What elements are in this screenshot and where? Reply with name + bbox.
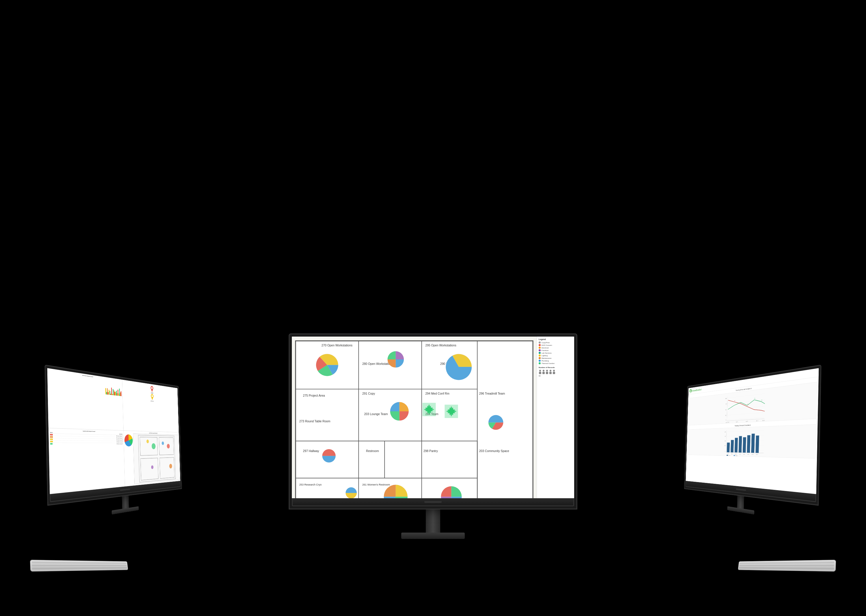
legend-dot-lighting [539,355,541,357]
person-icons-row [539,369,572,374]
right-monitor-screen: CrowdComfort Trending Personal Complianc… [685,368,819,494]
left-monitor-screen: Ottawa Upcoming Closed Co [47,368,181,494]
svg-rect-116 [731,440,734,453]
bar-chart-area-right: 100 75 50 25 0 [687,424,816,459]
svg-text:261 Women's Restroom: 261 Women's Restroom [362,483,390,486]
svg-rect-10 [141,458,159,480]
left-monitor-frame: Ottawa Upcoming Closed Co [44,365,182,506]
crowd-icon [690,390,692,393]
row-label-3: Thermal Comfort SD [116,439,123,440]
left-top-section: Ottawa Upcoming Closed Co [47,368,179,432]
svg-text:50: 50 [725,409,726,410]
left-bar-chart-panel: Closed Complaints by Group [47,368,124,431]
svg-rect-77 [549,372,552,374]
svg-line-86 [727,417,764,420]
svg-line-88 [727,419,764,421]
svg-text:275 Project Area: 275 Project Area [303,394,325,397]
logo-comfort: Comfort [696,388,701,391]
svg-text:Apr 14: Apr 14 [762,420,765,421]
svg-point-15 [169,464,172,468]
row-val-2: 11.2 [50,436,53,438]
bar-group-5 [105,388,108,394]
three-monitor-scene: Ottawa Upcoming Closed Co [29,34,837,582]
monitor-left: Ottawa Upcoming Closed Co [44,365,182,525]
legend-item-lighting: Lighting [539,355,572,357]
svg-text:Series 2: Series 2 [736,455,738,456]
svg-text:203 Lounge Team: 203 Lounge Team [364,412,388,416]
right-monitor-frame: CrowdComfort Trending Personal Complianc… [684,365,822,506]
legend-label-electrical: Electrical [542,347,549,349]
keyboard-keys-left [30,560,128,571]
legend-title: Legend [539,338,572,340]
bar-red-3 [114,392,115,396]
pie-5 [322,449,335,462]
monitor-center: 270 Open Workstations 295 Open Workstati… [289,333,577,539]
legend-label-plumbing: Plumbing [542,360,549,362]
center-floorplan: 270 Open Workstations 295 Open Workstati… [292,336,537,498]
svg-rect-122 [756,435,759,453]
svg-line-108 [726,431,726,453]
svg-text:7%: 7% [747,404,748,405]
svg-text:75: 75 [726,404,726,405]
svg-text:273 Round Table Room: 273 Round Table Room [299,420,330,423]
bar-green-2 [116,391,117,396]
pie-9 [489,415,503,430]
svg-text:Restroom: Restroom [366,449,379,453]
row-label-1: Thermal Comfort SD [116,435,123,437]
svg-rect-79 [553,372,555,374]
bar-red-5 [108,392,109,394]
left-location-panel: Ottawa Upcoming [122,380,179,432]
svg-text:203 Community Space: 203 Community Space [479,449,509,453]
key-row-1 [32,561,126,564]
row-val-5: 9.8 [50,443,53,445]
center-screen-content: 270 Open Workstations 295 Open Workstati… [292,336,574,498]
person-icon-4 [549,369,552,374]
bar-group-3 [112,389,115,396]
bar-orange-4 [110,394,112,395]
left-floorplan-panel: Internal Requests by Building [124,431,181,486]
svg-point-80 [690,390,691,391]
row-val-3: 10.5 [50,438,53,440]
key-row-6 [739,567,834,569]
bar-group-1 [118,388,121,396]
svg-rect-9 [160,457,174,479]
key-row-5 [739,564,834,566]
bar-yellow-4 [109,390,110,395]
bar-red-1 [121,391,121,396]
left-screen-content: Ottawa Upcoming Closed Co [47,368,181,494]
room-arrows [422,403,435,416]
svg-line-87 [727,397,728,421]
bar-yellow-5 [105,388,106,394]
pie-4 [390,402,409,421]
svg-text:Jun 2: Jun 2 [739,454,741,455]
bar-green-4 [110,391,110,395]
legend-dot-ehs [539,344,541,346]
floorplan-main-svg: 270 Open Workstations 295 Open Workstati… [292,336,537,498]
svg-rect-119 [743,437,746,453]
svg-text:295 Open Workstations: 295 Open Workstations [426,344,456,347]
legend-label-ehs: EHS Concern [542,344,552,346]
pie-chart-mini [124,434,133,446]
right-stand-neck [737,496,744,509]
center-top-area: 270 Open Workstations 295 Open Workstati… [292,336,574,498]
svg-rect-73 [542,372,545,374]
svg-rect-118 [739,436,742,453]
bar-green-1 [119,388,120,396]
person-icon-5 [553,369,555,374]
col-label: submitted [119,434,123,435]
legend-label-copy: Copy/Print [542,342,550,344]
svg-rect-121 [751,434,755,453]
bar-yellow-2 [115,392,116,396]
svg-rect-75 [546,372,548,374]
legend-label-thermal: Thermal Comfort [542,363,555,364]
key-row-3 [32,567,127,569]
svg-text:8%: 8% [754,398,756,399]
legend-item-furniture: Furniture [539,349,572,351]
svg-point-74 [546,370,548,371]
left-table-panel: Interval Complaint Data to Actual submit… [49,428,125,494]
legend-dot-furniture [539,349,541,351]
svg-text:294 Med Conf Rm: 294 Med Conf Rm [426,392,450,395]
svg-rect-71 [539,372,541,374]
svg-text:6A: 6A [734,400,735,402]
pie-8 [346,487,357,498]
